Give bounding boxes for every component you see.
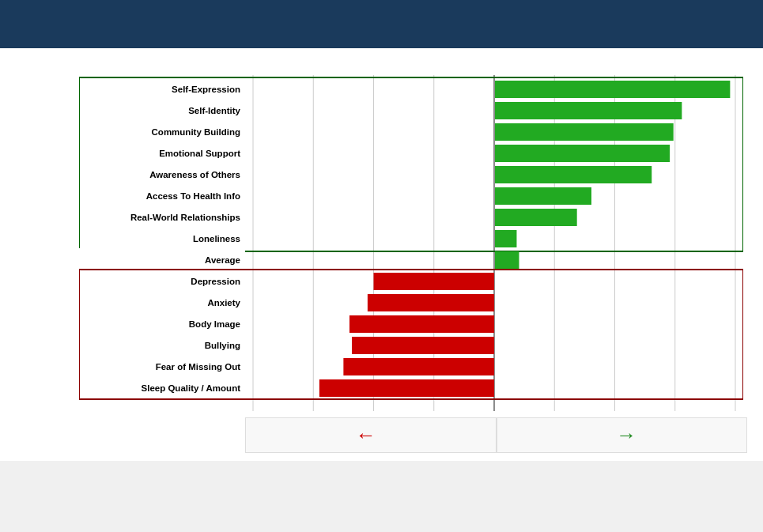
svg-rect-31 bbox=[374, 273, 495, 290]
svg-rect-12 bbox=[495, 102, 682, 119]
svg-rect-16 bbox=[495, 145, 670, 162]
svg-text:Anxiety: Anxiety bbox=[207, 298, 240, 308]
more-positive-section: → bbox=[497, 417, 748, 453]
right-arrow-icon: → bbox=[616, 423, 636, 447]
svg-text:Sleep Quality / Amount: Sleep Quality / Amount bbox=[142, 383, 241, 393]
positive-side-label bbox=[16, 75, 79, 240]
svg-rect-33 bbox=[368, 294, 494, 311]
chart-container: Self-ExpressionSelf-IdentityCommunity Bu… bbox=[16, 75, 747, 453]
svg-rect-37 bbox=[352, 337, 494, 354]
svg-rect-41 bbox=[319, 379, 494, 397]
svg-text:Fear of Missing Out: Fear of Missing Out bbox=[156, 362, 241, 372]
side-labels bbox=[16, 75, 79, 401]
svg-rect-24 bbox=[495, 230, 516, 247]
bottom-arrows: ← → bbox=[79, 417, 747, 453]
bars-area: Self-ExpressionSelf-IdentityCommunity Bu… bbox=[79, 75, 747, 453]
svg-rect-27 bbox=[495, 251, 519, 269]
content-area: Self-ExpressionSelf-IdentityCommunity Bu… bbox=[0, 48, 763, 461]
svg-text:Loneliness: Loneliness bbox=[193, 234, 240, 243]
svg-text:Depression: Depression bbox=[191, 277, 240, 286]
svg-rect-35 bbox=[349, 315, 494, 333]
svg-rect-14 bbox=[495, 123, 674, 141]
svg-text:Awareness of Others: Awareness of Others bbox=[149, 170, 240, 179]
svg-text:Access To Health Info: Access To Health Info bbox=[146, 191, 240, 201]
svg-rect-20 bbox=[495, 187, 591, 205]
bar-chart-svg: Self-ExpressionSelf-IdentityCommunity Bu… bbox=[79, 75, 743, 411]
svg-text:Self-Identity: Self-Identity bbox=[188, 106, 240, 115]
svg-text:Average: Average bbox=[205, 255, 240, 265]
svg-rect-22 bbox=[495, 209, 577, 226]
header bbox=[0, 0, 763, 48]
svg-text:Body Image: Body Image bbox=[189, 319, 240, 329]
header-title bbox=[16, 11, 747, 37]
more-negative-section: ← bbox=[245, 417, 497, 453]
svg-text:Self-Expression: Self-Expression bbox=[172, 85, 240, 94]
svg-text:Community Building: Community Building bbox=[152, 127, 240, 137]
svg-text:Real-World Relationships: Real-World Relationships bbox=[130, 213, 240, 222]
svg-rect-18 bbox=[495, 166, 652, 183]
svg-rect-10 bbox=[495, 81, 730, 98]
negative-side-label bbox=[16, 262, 79, 401]
svg-rect-39 bbox=[343, 358, 494, 375]
svg-text:Bullying: Bullying bbox=[205, 341, 240, 350]
left-arrow-icon: ← bbox=[356, 423, 376, 447]
svg-text:Emotional Support: Emotional Support bbox=[159, 149, 240, 158]
